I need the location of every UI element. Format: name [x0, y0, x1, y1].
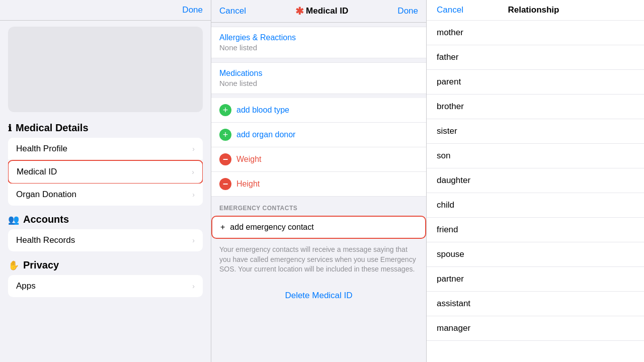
right-header: Cancel Relationship: [427, 0, 644, 21]
add-organ-donor-icon: +: [219, 129, 231, 141]
relationship-item[interactable]: brother: [427, 95, 644, 119]
left-done-button[interactable]: Done: [182, 5, 203, 15]
middle-header: Cancel ✱ Medical ID Done: [211, 0, 426, 23]
sidebar-item-organ-donation[interactable]: Organ Donation ›: [8, 184, 203, 206]
relationship-item[interactable]: daughter: [427, 168, 644, 193]
privacy-label: Privacy: [23, 259, 59, 271]
organ-donation-label: Organ Donation: [16, 190, 76, 200]
add-emergency-label: add emergency contact: [230, 223, 313, 232]
medications-value: None listed: [219, 79, 418, 87]
sidebar-item-medical-id[interactable]: Medical ID ›: [8, 160, 203, 184]
chevron-right-icon: ›: [192, 145, 195, 153]
medical-details-menu: Health Profile › Medical ID › Organ Dona…: [8, 138, 203, 206]
medical-id-label: Medical ID: [17, 167, 57, 177]
sidebar-item-health-profile[interactable]: Health Profile ›: [8, 138, 203, 160]
weight-row[interactable]: − Weight: [211, 147, 426, 172]
chevron-right-icon: ›: [192, 236, 195, 244]
height-row[interactable]: − Height: [211, 172, 426, 197]
chevron-right-icon: ›: [192, 282, 195, 290]
medications-label: Medications: [219, 69, 418, 78]
right-panel: Cancel Relationship motherfatherparentbr…: [427, 0, 644, 362]
height-label: Height: [236, 179, 260, 189]
relationship-item[interactable]: partner: [427, 267, 644, 292]
relationship-item[interactable]: friend: [427, 218, 644, 242]
relationship-item[interactable]: child: [427, 193, 644, 218]
relationship-item[interactable]: spouse: [427, 242, 644, 267]
add-organ-donor-row[interactable]: + add organ donor: [211, 123, 426, 147]
middle-title: Medical ID: [306, 6, 348, 16]
right-title: Relationship: [508, 5, 559, 15]
left-header: Done: [0, 0, 211, 21]
delete-medical-id-button[interactable]: Delete Medical ID: [285, 291, 352, 301]
add-emergency-icon: +: [220, 223, 225, 232]
relationship-item[interactable]: son: [427, 144, 644, 168]
middle-panel: Cancel ✱ Medical ID Done Allergies & Rea…: [211, 0, 427, 362]
medical-details-icon: ℹ: [8, 123, 12, 134]
relationship-item[interactable]: father: [427, 45, 644, 70]
add-blood-type-row[interactable]: + add blood type: [211, 98, 426, 123]
middle-cancel-button[interactable]: Cancel: [219, 6, 246, 16]
allergies-section: Allergies & Reactions None listed: [211, 27, 426, 58]
relationship-item[interactable]: sister: [427, 119, 644, 144]
left-panel: Done ℹ Medical Details Health Profile › …: [0, 0, 211, 362]
health-records-label: Health Records: [16, 235, 75, 245]
middle-done-button[interactable]: Done: [397, 6, 418, 16]
remove-height-icon: −: [219, 178, 231, 190]
relationship-list: motherfatherparentbrothersistersondaught…: [427, 21, 644, 362]
sidebar-item-health-records[interactable]: Health Records ›: [8, 229, 203, 251]
add-emergency-contact-button[interactable]: + add emergency contact: [211, 216, 426, 239]
chevron-right-icon: ›: [192, 191, 195, 199]
allergies-value: None listed: [219, 43, 418, 52]
add-organ-donor-label: add organ donor: [236, 130, 295, 139]
medications-section: Medications None listed: [211, 62, 426, 94]
delete-button-wrap: Delete Medical ID: [211, 283, 426, 309]
medical-id-asterisk: ✱: [295, 5, 304, 17]
privacy-icon: ✋: [8, 260, 19, 271]
allergies-label: Allergies & Reactions: [219, 33, 418, 42]
relationship-item[interactable]: assistant: [427, 292, 644, 316]
relationship-item[interactable]: manager: [427, 316, 644, 341]
accounts-section-header: 👥 Accounts: [0, 210, 211, 227]
weight-label: Weight: [236, 155, 262, 164]
chevron-right-icon: ›: [192, 168, 194, 176]
privacy-section-header: ✋ Privacy: [0, 255, 211, 273]
accounts-label: Accounts: [23, 214, 69, 225]
health-profile-label: Health Profile: [16, 144, 67, 154]
medical-details-section-header: ℹ Medical Details: [0, 118, 211, 136]
add-blood-type-icon: +: [219, 104, 231, 116]
apps-label: Apps: [16, 281, 36, 291]
accounts-icon: 👥: [8, 214, 19, 225]
middle-content: Allergies & Reactions None listed Medica…: [211, 23, 426, 362]
accounts-menu: Health Records ›: [8, 229, 203, 251]
add-blood-type-label: add blood type: [236, 106, 289, 115]
emergency-contacts-label: EMERGENCY CONTACTS: [211, 197, 426, 214]
sidebar-item-apps[interactable]: Apps ›: [8, 275, 203, 297]
emergency-description: Your emergency contacts will receive a m…: [211, 241, 426, 283]
remove-weight-icon: −: [219, 153, 231, 165]
privacy-menu: Apps ›: [8, 275, 203, 297]
avatar-area: [8, 27, 203, 112]
medical-details-label: Medical Details: [16, 122, 89, 134]
right-cancel-button[interactable]: Cancel: [437, 5, 463, 15]
relationship-item[interactable]: mother: [427, 21, 644, 45]
middle-title-wrap: ✱ Medical ID: [295, 5, 348, 17]
relationship-item[interactable]: parent: [427, 70, 644, 95]
